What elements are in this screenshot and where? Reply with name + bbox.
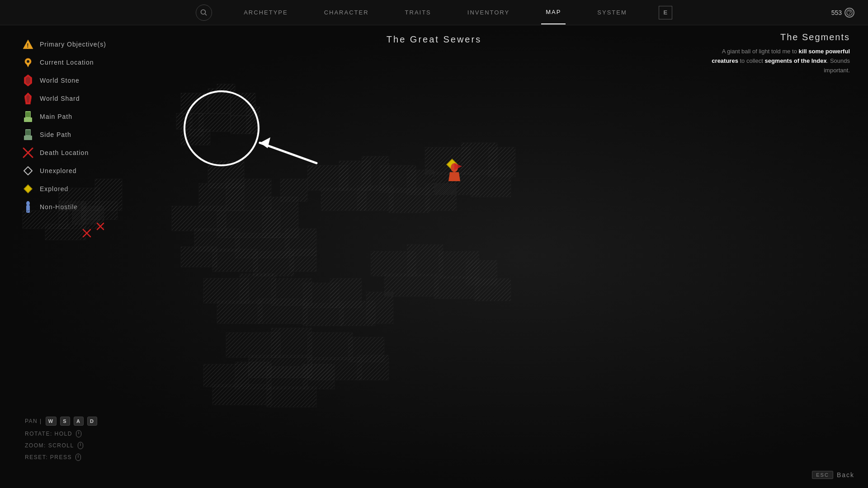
controls-panel: PAN | W S A D ROTATE: HOLD ZOOM: SCROLL …	[25, 417, 97, 461]
zoom-control: ZOOM: SCROLL	[25, 442, 97, 449]
nav-inventory[interactable]: INVENTORY	[463, 1, 514, 24]
svg-rect-52	[280, 179, 307, 202]
svg-marker-109	[448, 172, 460, 181]
zoom-label: ZOOM: SCROLL	[25, 442, 74, 449]
pan-label: PAN |	[25, 418, 42, 424]
svg-rect-29	[199, 113, 231, 131]
currency-display: 553	[831, 8, 854, 18]
pan-control: PAN | W S A D	[25, 417, 97, 426]
nav-character[interactable]: CHARACTER	[320, 1, 373, 24]
nav-traits[interactable]: TRAITS	[401, 1, 436, 24]
svg-point-0	[201, 9, 206, 14]
back-label: Back	[837, 471, 854, 479]
mouse-press-icon	[75, 454, 81, 461]
key-a: A	[74, 417, 84, 426]
svg-line-1	[205, 14, 207, 15]
svg-rect-76	[303, 303, 344, 326]
svg-rect-75	[258, 299, 307, 324]
currency-icon	[844, 8, 854, 18]
mouse-right-icon	[76, 430, 81, 437]
svg-rect-103	[267, 387, 316, 407]
svg-rect-43	[45, 224, 86, 240]
svg-rect-57	[212, 249, 258, 272]
reset-control: RESET: PRESS	[25, 454, 97, 461]
svg-rect-66	[357, 186, 393, 211]
map-container[interactable]: The Great Sewers ! Primary Objective(s)	[0, 25, 868, 488]
nav-key-e[interactable]: E	[659, 6, 672, 19]
svg-rect-80	[407, 244, 443, 276]
svg-rect-85	[475, 278, 511, 301]
svg-rect-97	[357, 355, 389, 380]
reset-label: RESET: PRESS	[25, 454, 72, 460]
svg-rect-78	[366, 292, 393, 324]
key-d: D	[87, 417, 97, 426]
back-button[interactable]: ESC Back	[812, 471, 854, 479]
svg-rect-90	[470, 170, 511, 197]
svg-rect-58	[253, 251, 294, 276]
nav-archetype[interactable]: ARCHETYPE	[239, 1, 292, 24]
top-navigation: ARCHETYPE CHARACTER TRAITS INVENTORY MAP…	[0, 0, 868, 25]
nav-system[interactable]: SYSTEM	[593, 1, 631, 24]
svg-rect-101	[303, 364, 335, 389]
svg-line-105	[260, 143, 316, 163]
svg-rect-67	[389, 188, 429, 213]
svg-rect-59	[289, 249, 316, 272]
rotate-control: ROTATE: HOLD	[25, 430, 97, 437]
key-w: W	[46, 417, 57, 426]
mouse-scroll-icon	[78, 442, 83, 449]
svg-rect-93	[307, 333, 353, 360]
svg-rect-74	[217, 301, 262, 324]
svg-rect-84	[434, 276, 479, 299]
svg-rect-92	[271, 328, 312, 357]
rotate-label: ROTATE: HOLD	[25, 431, 72, 437]
key-s: S	[60, 417, 70, 426]
esc-badge: ESC	[812, 471, 833, 479]
nav-map[interactable]: MAP	[541, 0, 566, 24]
search-button[interactable]	[196, 5, 212, 21]
map-svg	[0, 25, 868, 488]
svg-rect-102	[212, 385, 271, 405]
svg-rect-83	[384, 274, 439, 296]
svg-rect-100	[267, 366, 307, 389]
svg-rect-56	[181, 247, 217, 267]
